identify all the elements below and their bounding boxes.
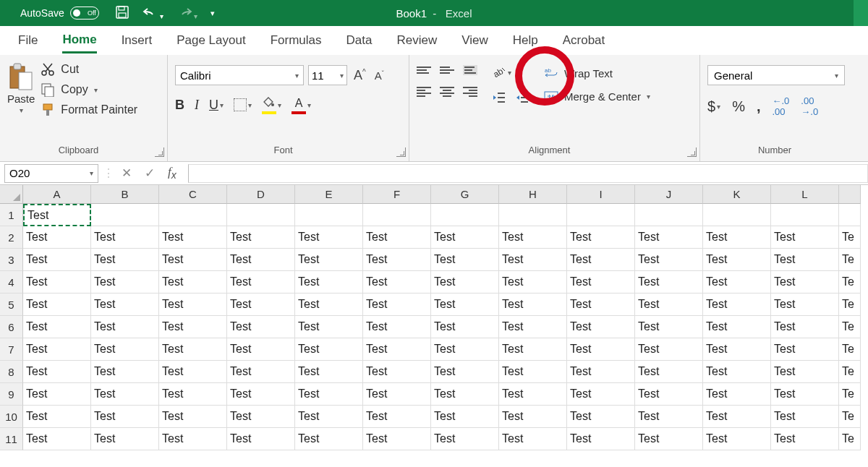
cell[interactable]: Test <box>499 271 567 294</box>
name-box[interactable]: O20▾ <box>4 164 98 183</box>
cell[interactable]: Test <box>771 428 839 450</box>
cell[interactable]: Te <box>839 249 861 271</box>
cell[interactable] <box>159 204 227 226</box>
cell[interactable]: Test <box>771 249 839 271</box>
cell[interactable]: Test <box>159 294 227 316</box>
cell[interactable]: Test <box>635 338 703 361</box>
column-header[interactable]: L <box>771 185 839 204</box>
tab-data[interactable]: Data <box>346 29 373 52</box>
autosave-control[interactable]: AutoSave Off <box>20 7 99 20</box>
cell[interactable]: Test <box>499 383 567 406</box>
cell[interactable]: Test <box>23 271 91 294</box>
cell[interactable]: Test <box>227 338 295 361</box>
cell[interactable]: Test <box>159 383 227 406</box>
cell[interactable]: Test <box>295 271 363 294</box>
cell[interactable]: Test <box>771 271 839 294</box>
cell[interactable]: Test <box>771 226 839 249</box>
column-header[interactable]: F <box>363 185 431 204</box>
cell[interactable]: Test <box>431 249 499 271</box>
customize-qat-icon[interactable]: ▾ <box>210 9 215 18</box>
cell[interactable]: Te <box>839 428 861 450</box>
italic-button[interactable]: I <box>195 98 199 113</box>
bold-button[interactable]: B <box>175 98 184 113</box>
column-header[interactable]: C <box>159 185 227 204</box>
cell[interactable]: Test <box>635 406 703 428</box>
cell[interactable]: Test <box>227 271 295 294</box>
tab-help[interactable]: Help <box>513 29 538 52</box>
cell[interactable]: Test <box>91 271 159 294</box>
paste-button[interactable]: Paste ▾ <box>7 59 35 117</box>
row-header[interactable]: 2 <box>0 226 23 249</box>
cell[interactable]: Test <box>159 226 227 249</box>
cell[interactable]: Test <box>91 316 159 338</box>
cell[interactable]: Test <box>771 294 839 316</box>
copy-button[interactable]: Copy ▾ <box>41 82 137 97</box>
cell[interactable] <box>635 204 703 226</box>
dialog-launcher[interactable] <box>155 147 164 157</box>
cell[interactable]: Test <box>703 271 771 294</box>
cell[interactable]: Test <box>771 406 839 428</box>
cell[interactable]: Test <box>363 226 431 249</box>
cell[interactable]: Test <box>159 428 227 450</box>
align-middle-icon[interactable] <box>440 67 454 74</box>
row-header[interactable]: 7 <box>0 338 23 361</box>
cell[interactable]: Test <box>295 428 363 450</box>
cell[interactable]: Test <box>91 249 159 271</box>
cell[interactable]: Test <box>23 294 91 316</box>
borders-button[interactable]: ▾ <box>234 98 252 111</box>
cell[interactable]: Test <box>227 383 295 406</box>
cell[interactable]: Test <box>363 294 431 316</box>
cell[interactable]: Test <box>635 383 703 406</box>
cell[interactable]: Test <box>499 361 567 383</box>
column-header[interactable]: I <box>567 185 635 204</box>
cell[interactable]: Test <box>363 249 431 271</box>
fx-icon[interactable]: fx <box>168 165 176 181</box>
cell[interactable]: Te <box>839 383 861 406</box>
cell[interactable]: Test <box>23 338 91 361</box>
align-center-icon[interactable] <box>440 87 454 97</box>
cell[interactable]: Test <box>703 249 771 271</box>
cell[interactable]: Test <box>227 249 295 271</box>
align-left-icon[interactable] <box>417 87 431 97</box>
cell[interactable]: Test <box>567 428 635 450</box>
column-header[interactable] <box>839 185 861 204</box>
row-header[interactable]: 9 <box>0 383 23 406</box>
cell[interactable]: Test <box>227 226 295 249</box>
decrease-decimal-icon[interactable]: .00→.0 <box>801 95 818 117</box>
cell[interactable]: Test <box>567 249 635 271</box>
cell[interactable]: Test <box>363 406 431 428</box>
cell[interactable]: Test <box>771 383 839 406</box>
cell[interactable]: Test <box>567 361 635 383</box>
cell[interactable]: Test <box>23 249 91 271</box>
cell[interactable]: Test <box>567 294 635 316</box>
cell[interactable]: Test <box>703 294 771 316</box>
orientation-button[interactable]: ab ▾ <box>492 65 511 80</box>
column-header[interactable]: D <box>227 185 295 204</box>
cell[interactable] <box>227 204 295 226</box>
cell[interactable]: Test <box>159 249 227 271</box>
cell[interactable]: Test <box>23 361 91 383</box>
cut-button[interactable]: Cut <box>41 62 137 77</box>
font-name-dropdown[interactable]: Calibri▾ <box>175 65 304 85</box>
cell[interactable]: Test <box>431 316 499 338</box>
cell[interactable] <box>839 204 861 226</box>
column-header[interactable]: B <box>91 185 159 204</box>
column-header[interactable]: E <box>295 185 363 204</box>
cell[interactable]: Test <box>567 226 635 249</box>
cell[interactable]: Test <box>703 406 771 428</box>
format-painter-button[interactable]: Format Painter <box>41 103 137 117</box>
cell[interactable]: Test <box>635 428 703 450</box>
decrease-indent-icon[interactable] <box>492 91 506 107</box>
tab-acrobat[interactable]: Acrobat <box>563 29 605 52</box>
tab-review[interactable]: Review <box>396 29 437 52</box>
row-header[interactable]: 8 <box>0 361 23 383</box>
cell[interactable]: Test <box>159 338 227 361</box>
cell[interactable]: Test <box>91 294 159 316</box>
cell[interactable]: Test <box>363 338 431 361</box>
cell[interactable]: Test <box>23 383 91 406</box>
cell[interactable]: Test <box>431 428 499 450</box>
autosave-toggle[interactable]: Off <box>70 7 99 20</box>
cell[interactable]: Test <box>91 406 159 428</box>
cell[interactable]: Te <box>839 316 861 338</box>
cell[interactable] <box>431 204 499 226</box>
